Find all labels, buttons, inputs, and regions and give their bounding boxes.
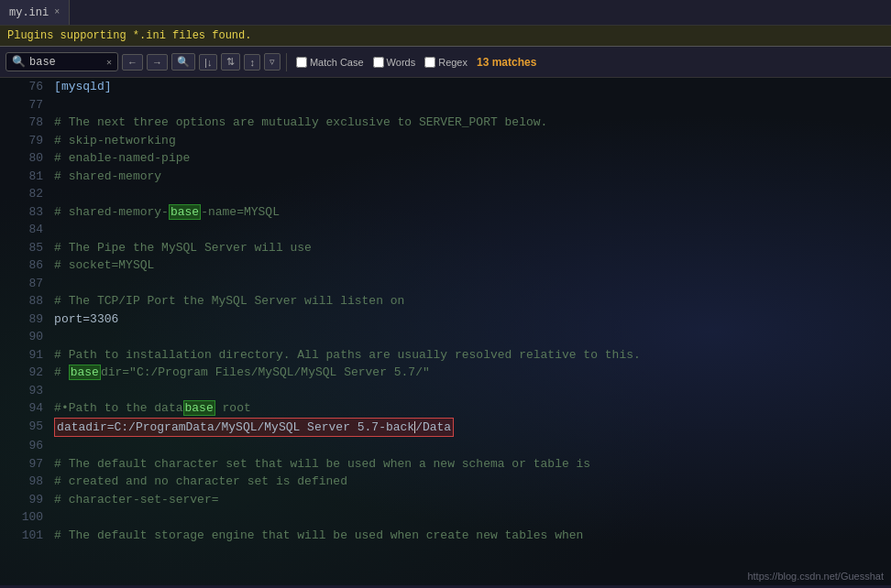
line-number: 98 xyxy=(0,473,54,491)
table-row: 80 # enable-named-pipe xyxy=(0,149,891,168)
line-content xyxy=(54,437,891,455)
search-clear-icon[interactable]: ✕ xyxy=(106,57,112,68)
search-filter-button[interactable]: ▿ xyxy=(264,53,280,71)
code-area: 76 [mysqld] 77 78 # The next three optio… xyxy=(0,78,891,585)
line-content: # socket=MYSQL xyxy=(54,256,891,275)
tab-label: my.ini xyxy=(9,6,49,19)
table-row: 97 # The default character set that will… xyxy=(0,455,891,474)
search-input[interactable] xyxy=(29,56,103,69)
table-row: 87 xyxy=(0,275,891,293)
line-number: 92 xyxy=(0,364,54,382)
regex-option[interactable]: Regex xyxy=(424,57,468,68)
line-content xyxy=(54,275,891,293)
table-row: 92 # basedir="C:/Program Files/MySQL/MyS… xyxy=(0,364,891,382)
table-row: 82 xyxy=(0,185,891,203)
table-row: 76 [mysqld] xyxy=(0,78,891,96)
line-number: 77 xyxy=(0,96,54,114)
search-bar: 🔍 ✕ ← → 🔍 |↓ ⇅ ↕ ▿ Match Case Words Rege… xyxy=(0,47,891,78)
words-option[interactable]: Words xyxy=(373,57,416,68)
search-match-highlight: base xyxy=(169,204,201,220)
line-number: 93 xyxy=(0,382,54,400)
table-row: 99 # character-set-server= xyxy=(0,491,891,509)
line-content: # The next three options are mutually ex… xyxy=(54,114,891,132)
line-content: # basedir="C:/Program Files/MySQL/MySQL … xyxy=(54,364,891,382)
line-content xyxy=(54,508,891,527)
table-row: 98 # created and no character set is def… xyxy=(0,473,891,491)
line-content[interactable]: datadir=C:/ProgramData/MySQL/MySQL Serve… xyxy=(54,418,891,438)
search-options: Match Case Words Regex xyxy=(296,57,468,68)
search-forward-button[interactable]: → xyxy=(147,54,168,71)
line-number: 91 xyxy=(0,346,54,365)
line-number: 89 xyxy=(0,310,54,329)
words-label: Words xyxy=(387,57,416,68)
search-option1-button[interactable]: |↓ xyxy=(199,54,217,71)
line-number: 80 xyxy=(0,149,54,168)
line-content: # The default storage engine that will b… xyxy=(54,527,891,545)
table-row: 79 # skip-networking xyxy=(0,132,891,150)
tab-close-icon[interactable]: × xyxy=(54,7,60,17)
match-count: 13 matches xyxy=(477,56,536,69)
line-number: 83 xyxy=(0,203,54,222)
line-content xyxy=(54,328,891,346)
search-match-highlight: base xyxy=(69,365,101,380)
line-content: # Path to installation directory. All pa… xyxy=(54,346,891,365)
code-table: 76 [mysqld] 77 78 # The next three optio… xyxy=(0,78,891,544)
line-number: 94 xyxy=(0,399,54,418)
search-input-wrap: 🔍 ✕ xyxy=(6,52,118,71)
table-row: 84 xyxy=(0,221,891,239)
table-row: 100 xyxy=(0,508,891,527)
table-row: 83 # shared-memory-base-name=MYSQL xyxy=(0,203,891,222)
line-content xyxy=(54,96,891,114)
search-icon: 🔍 xyxy=(12,55,26,69)
search-option2-button[interactable]: ⇅ xyxy=(221,53,240,71)
line-number: 79 xyxy=(0,132,54,150)
table-row: 77 xyxy=(0,96,891,114)
line-number: 82 xyxy=(0,185,54,203)
table-row: 101 # The default storage engine that wi… xyxy=(0,527,891,545)
line-content xyxy=(54,382,891,400)
line-content: # shared-memory-base-name=MYSQL xyxy=(54,203,891,222)
line-number: 87 xyxy=(0,275,54,293)
tab-my-ini[interactable]: my.ini × xyxy=(0,0,70,25)
line-content: # skip-networking xyxy=(54,132,891,150)
line-content: # The TCP/IP Port the MySQL Server will … xyxy=(54,292,891,310)
search-back-button[interactable]: ← xyxy=(122,54,143,71)
line-content: # The Pipe the MySQL Server will use xyxy=(54,239,891,257)
table-row: 85 # The Pipe the MySQL Server will use xyxy=(0,239,891,257)
table-row: 95 datadir=C:/ProgramData/MySQL/MySQL Se… xyxy=(0,418,891,438)
line-content: # created and no character set is define… xyxy=(54,473,891,491)
line-content: # character-set-server= xyxy=(54,491,891,509)
line-number: 97 xyxy=(0,455,54,474)
line-number: 99 xyxy=(0,491,54,509)
search-match-highlight: base xyxy=(183,400,215,416)
line-content: # The default character set that will be… xyxy=(54,455,891,474)
table-row: 86 # socket=MYSQL xyxy=(0,256,891,275)
table-row: 91 # Path to installation directory. All… xyxy=(0,346,891,365)
table-row: 81 # shared-memory xyxy=(0,168,891,186)
bracket-text: [mysqld] xyxy=(54,80,111,93)
line-number: 84 xyxy=(0,221,54,239)
watermark: https://blog.csdn.net/Guesshat xyxy=(747,571,884,582)
line-number: 101 xyxy=(0,527,54,545)
info-bar: Plugins supporting *.ini files found. xyxy=(0,26,891,47)
table-row: 88 # The TCP/IP Port the MySQL Server wi… xyxy=(0,292,891,310)
search-find-button[interactable]: 🔍 xyxy=(171,53,195,71)
table-row: 94 #•Path to the database root xyxy=(0,399,891,418)
match-case-label: Match Case xyxy=(310,57,364,68)
table-row: 93 xyxy=(0,382,891,400)
regex-checkbox[interactable] xyxy=(424,57,435,68)
line-number: 96 xyxy=(0,437,54,455)
table-row: 78 # The next three options are mutually… xyxy=(0,114,891,132)
line-number: 95 xyxy=(0,418,54,438)
table-row: 96 xyxy=(0,437,891,455)
match-case-option[interactable]: Match Case xyxy=(296,57,364,68)
line-content: port=3306 xyxy=(54,310,891,329)
line-content: #•Path to the database root xyxy=(54,399,891,418)
line-number: 81 xyxy=(0,168,54,186)
line-number: 85 xyxy=(0,239,54,257)
search-option3-button[interactable]: ↕ xyxy=(244,54,260,71)
line-content xyxy=(54,185,891,203)
match-case-checkbox[interactable] xyxy=(296,57,307,68)
info-message: Plugins supporting *.ini files found. xyxy=(7,29,251,42)
words-checkbox[interactable] xyxy=(373,57,384,68)
